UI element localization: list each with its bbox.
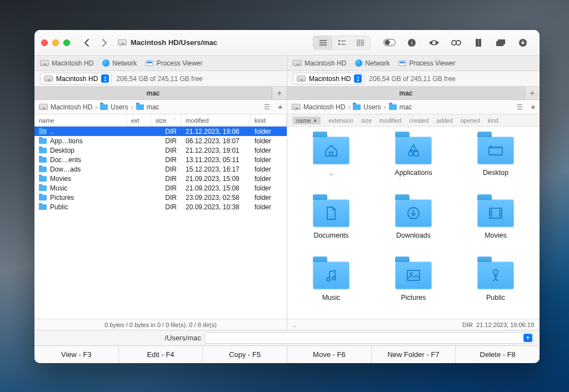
disk-icon (40, 60, 49, 66)
favorite-star-icon[interactable]: ★ (526, 100, 540, 114)
list-row[interactable]: PicturesDIR23.09.2023, 02:58folder (34, 193, 287, 202)
view-columns-button[interactable] (332, 36, 351, 49)
dropdown-icon[interactable] (523, 334, 532, 342)
delete-button[interactable]: Delete - F8 (456, 346, 540, 363)
new-tab-button[interactable]: + (525, 87, 540, 99)
crumb-users[interactable]: Users (111, 103, 128, 111)
col-name[interactable]: name (34, 114, 127, 126)
folder-icon (477, 262, 514, 289)
search-button[interactable] (448, 36, 465, 50)
left-status: 0 bytes / 0 bytes in 0 / 0 file(s). 0 / … (34, 319, 287, 330)
path-input[interactable] (204, 332, 534, 344)
folder-item[interactable]: Music (293, 262, 370, 309)
drive-select[interactable]: Macintosh HD (293, 73, 365, 84)
edit-button[interactable]: Edit - F4 (119, 346, 203, 363)
list-row[interactable]: DesktopDIR21.12.2023, 19:01folder (34, 145, 287, 155)
folder-item[interactable]: .. (293, 137, 370, 184)
view-button[interactable]: View - F3 (34, 346, 119, 363)
list-row[interactable]: MusicDIR21.09.2023, 15:08folder (34, 183, 287, 193)
info-button[interactable]: i (403, 36, 420, 50)
folder-icon (39, 157, 47, 163)
list-body[interactable]: ..DIR21.12.2023, 19:06folderApp…tionsDIR… (34, 127, 287, 319)
toggle-hidden-button[interactable] (381, 36, 398, 50)
move-button[interactable]: Move - F6 (287, 346, 372, 363)
icon-grid[interactable]: ..ApplicationsDesktopDocumentsDownloadsM… (287, 127, 540, 319)
zoom-window-button[interactable] (63, 39, 70, 46)
globe-icon (102, 59, 109, 67)
new-folder-button[interactable]: New Folder - F7 (372, 346, 456, 363)
col-kind[interactable]: kind (250, 114, 287, 126)
list-row[interactable]: App…tionsDIR06.12.2023, 18:07folder (34, 136, 287, 145)
folder-item[interactable]: Pictures (375, 262, 452, 309)
svg-rect-5 (361, 40, 363, 42)
process-viewer-icon (146, 61, 153, 66)
close-window-button[interactable] (41, 39, 48, 46)
tab-mac[interactable]: mac (34, 87, 272, 99)
folder-icon (313, 262, 350, 289)
crumb-root[interactable]: Macintosh HD (51, 103, 92, 111)
view-grid-button[interactable] (351, 36, 370, 49)
list-row[interactable]: PublicDIR20.09.2023, 10:38folder (34, 202, 287, 212)
fav-process-viewer[interactable]: Process Viewer (398, 59, 455, 67)
view-list-button[interactable] (313, 36, 332, 49)
svg-rect-21 (490, 145, 492, 147)
col-opened[interactable]: opened (461, 117, 480, 124)
stepper-icon (101, 74, 109, 83)
folder-item[interactable]: Public (457, 262, 534, 309)
disk-icon (39, 104, 48, 110)
list-toggle-icon[interactable]: ☰ (513, 100, 526, 114)
quicklook-button[interactable] (426, 36, 442, 50)
nav-forward-button[interactable] (98, 36, 111, 50)
col-created[interactable]: created (410, 117, 429, 124)
folder-icon (389, 104, 397, 110)
globe-icon (355, 59, 362, 67)
col-size[interactable]: size˄ (151, 114, 181, 126)
col-ext[interactable]: ext (127, 114, 151, 126)
path-bar: /Users/mac (34, 330, 540, 345)
drive-select[interactable]: Macintosh HD (40, 73, 112, 84)
col-kind[interactable]: kind (488, 117, 498, 124)
col-size[interactable]: size (361, 117, 372, 124)
eject-button[interactable] (515, 36, 531, 50)
folder-icon (39, 138, 47, 144)
col-modified[interactable]: modified (181, 114, 250, 126)
fav-network[interactable]: Network (102, 59, 137, 67)
new-tab-button[interactable]: + (272, 87, 287, 99)
list-row[interactable]: Dow…adsDIR15.12.2023, 16:17folder (34, 164, 287, 174)
drive-right: Macintosh HD 206,54 GB of 245,11 GB free (287, 71, 540, 86)
list-row[interactable]: MoviesDIR21.09.2023, 15:09folder (34, 174, 287, 183)
share-button[interactable] (492, 36, 509, 50)
nav-back-button[interactable] (80, 36, 93, 50)
folder-item[interactable]: Documents (293, 199, 370, 247)
copy-button[interactable]: Copy - F5 (203, 346, 287, 363)
col-extension[interactable]: extension (328, 117, 353, 124)
folder-icon (477, 199, 514, 227)
folder-label: Downloads (396, 232, 431, 239)
folder-label: Desktop (483, 169, 508, 177)
folder-icon (39, 148, 47, 153)
fav-macintosh-hd[interactable]: Macintosh HD (40, 59, 93, 67)
crumb-root[interactable]: Macintosh HD (303, 103, 345, 111)
tab-mac[interactable]: mac (287, 87, 525, 99)
fav-network[interactable]: Network (355, 59, 390, 67)
list-row[interactable]: Doc…entsDIR13.11.2023, 05:11folder (34, 155, 287, 164)
folder-icon (39, 176, 47, 182)
folder-item[interactable]: Applications (375, 137, 452, 184)
chevron-right-icon: › (348, 103, 350, 111)
crumb-mac[interactable]: mac (147, 103, 159, 111)
fav-macintosh-hd[interactable]: Macintosh HD (293, 59, 346, 67)
compress-button[interactable] (470, 36, 487, 50)
list-toggle-icon[interactable]: ☰ (260, 100, 273, 114)
crumb-users[interactable]: Users (363, 103, 381, 111)
folder-item[interactable]: Movies (457, 199, 534, 247)
minimize-window-button[interactable] (52, 39, 59, 46)
col-modified[interactable]: modified (380, 117, 402, 124)
fav-process-viewer[interactable]: Process Viewer (146, 59, 202, 67)
folder-item[interactable]: Desktop (457, 137, 534, 184)
favorite-star-icon[interactable]: ★ (273, 100, 287, 114)
folder-item[interactable]: Downloads (375, 199, 452, 247)
crumb-mac[interactable]: mac (400, 103, 412, 111)
list-row[interactable]: ..DIR21.12.2023, 19:06folder (34, 127, 287, 136)
col-added[interactable]: added (437, 117, 453, 124)
sort-pill[interactable]: name▲ (293, 117, 321, 124)
